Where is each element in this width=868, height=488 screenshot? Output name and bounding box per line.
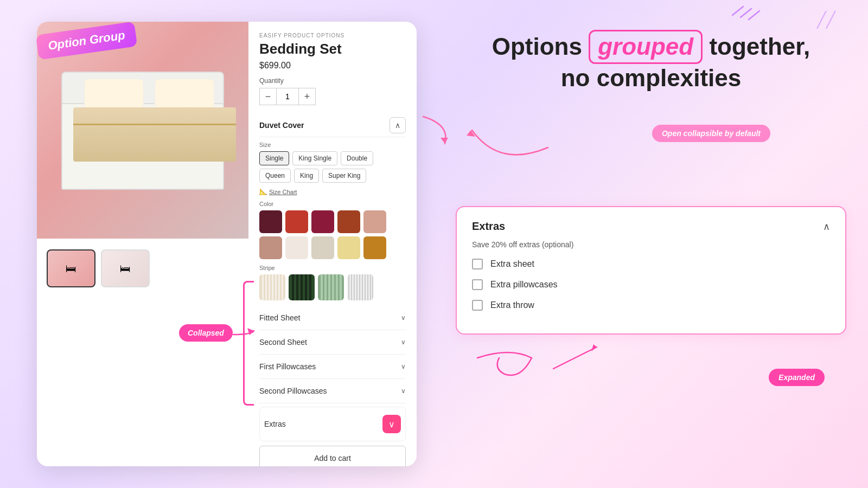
qty-plus-btn[interactable]: +	[298, 88, 316, 105]
size-chart-icon: 📐	[259, 188, 267, 195]
first-pillowcases-row[interactable]: First Pillowcases ∨	[259, 355, 406, 379]
color-swatch-2[interactable]	[285, 210, 308, 233]
extras-checkbox-1[interactable]	[472, 259, 483, 269]
size-double[interactable]: Double	[341, 151, 373, 165]
extras-checkbox-3[interactable]	[472, 300, 483, 311]
extras-card-header: Extras ∧	[472, 220, 830, 233]
grouped-highlight: grouped	[589, 30, 703, 64]
extras-card: Extras ∧ Save 20% off extras (optional) …	[456, 206, 846, 335]
extras-title: Extras	[264, 420, 286, 428]
collapse-section-btn[interactable]: ∧	[390, 117, 406, 133]
size-super-king[interactable]: Super King	[322, 169, 366, 183]
stripe-swatch-1[interactable]	[259, 274, 285, 300]
second-sheet-chevron: ∨	[401, 338, 406, 346]
extras-item-3: Extra throw	[472, 300, 830, 311]
extras-item-1: Extra sheet	[472, 259, 830, 269]
color-grid	[259, 210, 406, 259]
size-label: Size	[259, 142, 406, 148]
color-swatch-7[interactable]	[285, 236, 308, 259]
extras-label-1: Extra sheet	[490, 259, 534, 269]
quantity-control: − 1 +	[259, 88, 406, 105]
first-pillowcases-label: First Pillowcases	[259, 362, 316, 371]
second-sheet-label: Second Sheet	[259, 338, 307, 346]
color-swatch-6[interactable]	[259, 236, 282, 259]
color-swatch-4[interactable]	[337, 210, 360, 233]
thumbnail-2[interactable]: 🛏	[101, 249, 150, 287]
stripe-swatch-2[interactable]	[289, 274, 315, 300]
add-to-cart-btn[interactable]: Add to cart	[259, 446, 406, 466]
bed-pillow-2	[155, 79, 214, 108]
extras-checkbox-2[interactable]	[472, 279, 483, 290]
section-header: Duvet Cover ∧	[259, 114, 406, 137]
bracket-left	[243, 281, 254, 406]
bed-pillow-1	[84, 79, 144, 108]
thumbnail-1[interactable]: 🛏	[47, 249, 95, 287]
brand-label: EASIFY PRODUCT OPTIONS	[259, 33, 406, 38]
color-swatch-10[interactable]	[363, 236, 386, 259]
header-text: Options grouped together, no complexitie…	[456, 30, 846, 93]
header-before: Options	[492, 33, 589, 60]
annotation-expanded: Expanded	[769, 369, 825, 386]
stripe-options	[259, 274, 406, 300]
size-queen[interactable]: Queen	[259, 169, 291, 183]
fitted-sheet-chevron: ∨	[401, 314, 406, 322]
size-single[interactable]: Single	[259, 151, 289, 165]
stripe-label: Stripe	[259, 265, 406, 271]
color-label: Color	[259, 201, 406, 207]
header-line1: Options grouped together,	[456, 30, 846, 64]
fitted-sheet-row[interactable]: Fitted Sheet ∨	[259, 306, 406, 330]
color-swatch-5[interactable]	[363, 210, 386, 233]
extras-expand-btn[interactable]: ∨	[382, 415, 401, 433]
stripe-swatch-3[interactable]	[318, 274, 344, 300]
second-pillowcases-label: Second Pillowcases	[259, 387, 327, 395]
product-card: 🛏 🛏 EASIFY PRODUCT OPTIONS Bedding Set $…	[37, 22, 417, 466]
product-price: $699.00	[259, 61, 406, 70]
extras-card-chevron-icon: ∧	[823, 221, 830, 233]
first-pillowcases-chevron: ∨	[401, 363, 406, 370]
second-pillowcases-chevron: ∨	[401, 387, 406, 395]
bed-blanket	[73, 107, 236, 162]
second-pillowcases-row[interactable]: Second Pillowcases ∨	[259, 379, 406, 403]
extras-label-3: Extra throw	[490, 300, 534, 310]
extras-label-2: Extra pillowcases	[490, 280, 558, 290]
bed-frame	[61, 103, 224, 190]
product-details-panel: EASIFY PRODUCT OPTIONS Bedding Set $699.…	[248, 22, 417, 466]
extras-row[interactable]: Extras ∨	[259, 407, 406, 441]
size-king-single[interactable]: King Single	[292, 151, 337, 165]
thumbnail-area: 🛏 🛏	[42, 245, 154, 292]
right-content: Options grouped together, no complexitie…	[434, 0, 868, 488]
second-sheet-row[interactable]: Second Sheet ∨	[259, 330, 406, 355]
header-after: together,	[703, 33, 810, 60]
product-title: Bedding Set	[259, 41, 406, 57]
color-swatch-3[interactable]	[311, 210, 334, 233]
section-title: Duvet Cover	[259, 121, 304, 130]
size-chart-link[interactable]: 📐 Size Chart	[259, 188, 406, 195]
size-king[interactable]: King	[294, 169, 319, 183]
size-options: Single King Single Double Queen King Sup…	[259, 151, 406, 183]
qty-value: 1	[277, 88, 298, 105]
extras-card-title: Extras	[472, 220, 505, 233]
fitted-sheet-label: Fitted Sheet	[259, 313, 301, 322]
extras-item-2: Extra pillowcases	[472, 279, 830, 290]
color-swatch-8[interactable]	[311, 236, 334, 259]
annotation-open-collapsible: Open collapsible by default	[652, 125, 770, 142]
qty-minus-btn[interactable]: −	[259, 88, 277, 105]
quantity-label: Quantity	[259, 77, 406, 85]
extras-save-text: Save 20% off extras (optional)	[472, 240, 830, 249]
color-swatch-1[interactable]	[259, 210, 282, 233]
header-line2: no complexities	[456, 64, 846, 93]
annotation-collapsed: Collapsed	[179, 324, 233, 342]
stripe-swatch-4[interactable]	[347, 274, 373, 300]
color-swatch-9[interactable]	[337, 236, 360, 259]
